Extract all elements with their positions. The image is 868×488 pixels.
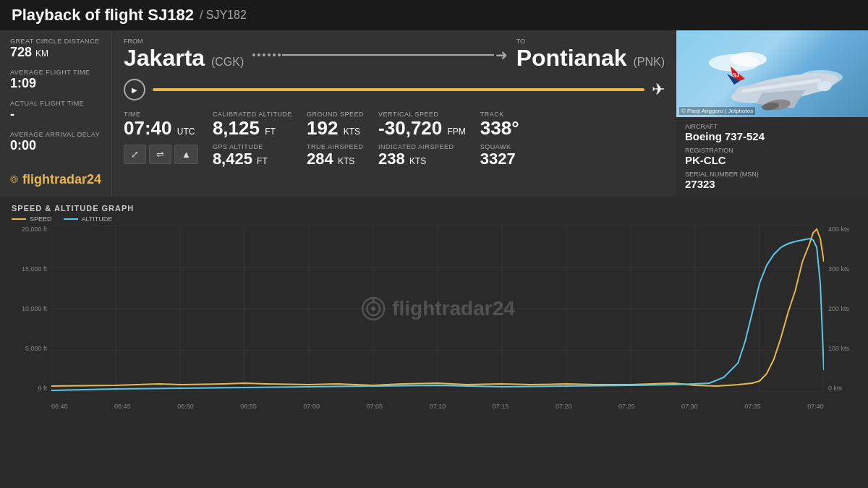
time-metric: TIME 07:40 UTC ⤢ ⇌ ▲ [124, 111, 213, 164]
aircraft-photo: SJ © Panji Anggoro | Jetphotos [676, 30, 868, 117]
vertical-speed-metric: VERTICAL SPEED -30,720 FPM INDICATED AIR… [378, 111, 480, 168]
route-button[interactable]: ⇌ [149, 145, 171, 164]
aircraft-reg-msn-row: REGISTRATION PK-CLC [685, 147, 859, 166]
right-aircraft-panel: SJ © Panji Anggoro | Jetphotos AIRCRAFT … [676, 30, 868, 197]
x-axis-labels: 06:40 06:45 06:50 06:55 07:00 07:05 07:1… [51, 403, 824, 410]
info-panel: GREAT CIRCLE DISTANCE 728 KM AVERAGE FLI… [0, 30, 868, 197]
speed-legend-line [12, 218, 26, 220]
graph-button[interactable]: ▲ [174, 145, 198, 164]
indicated-as-sub: INDICATED AIRSPEED 238 KTS [378, 143, 466, 168]
altitude-metric: CALIBRATED ALTITUDE 8,125 FT GPS ALTITUD… [213, 111, 307, 168]
aircraft-msn-group: SERIAL NUMBER (MSN) 27323 [685, 171, 859, 190]
from-city: Jakarta (CGK) [124, 45, 244, 72]
y-axis-right: 400 kts 300 kts 200 kts 100 kts 0 kts [824, 226, 856, 392]
speed-legend: SPEED [12, 215, 52, 223]
graph-svg [51, 226, 824, 392]
calibrated-alt-value: 8,125 FT [213, 118, 292, 139]
indicated-as-value: 238 KTS [378, 150, 466, 168]
gps-alt-value: 8,425 FT [213, 150, 292, 168]
great-circle-stat: GREAT CIRCLE DISTANCE 728 KM [10, 38, 101, 60]
route-line [282, 54, 493, 56]
playback-row: ▶ ✈ [124, 79, 665, 100]
route-row: FROM Jakarta (CGK) ➜ TO Pontianak (PNK) [124, 38, 665, 72]
aircraft-type-group: AIRCRAFT Boeing 737-524 [685, 123, 859, 142]
route-dots [252, 53, 281, 56]
graph-section: SPEED & ALTITUDE GRAPH SPEED ALTITUDE 20… [0, 197, 868, 410]
avg-arrival-label: AVERAGE ARRIVAL DELAY [10, 131, 101, 138]
actual-flight-label: ACTUAL FLIGHT TIME [10, 100, 101, 107]
great-circle-value: 728 KM [10, 45, 101, 60]
avg-flight-label: AVERAGE FLIGHT TIME [10, 69, 101, 76]
route-arrow: ➜ [252, 46, 507, 64]
aircraft-illustration: SJ [691, 41, 868, 117]
svg-text:SJ: SJ [732, 72, 740, 79]
aircraft-msn-value: 27323 [685, 178, 859, 190]
actual-flight-value: - [10, 107, 101, 122]
speed-metric: GROUND SPEED 192 KTS TRUE AIRSPEED 284 K… [307, 111, 378, 168]
graph-area: flightradar24 [51, 226, 824, 392]
route-arrowhead: ➜ [495, 46, 508, 64]
track-value: 338° [480, 118, 519, 139]
page-title: Playback of flight SJ182 [12, 6, 194, 25]
altitude-legend: ALTITUDE [64, 215, 113, 223]
gps-alt-sub: GPS ALTITUDE 8,425 FT [213, 143, 292, 168]
ground-speed-value: 192 KTS [307, 118, 364, 139]
flight-code-subtitle: / SJY182 [200, 9, 247, 22]
altitude-legend-line [64, 218, 78, 220]
fr24-logo-icon [10, 169, 18, 189]
fr24-logo: flightradar24 [10, 169, 101, 189]
metrics-row: TIME 07:40 UTC ⤢ ⇌ ▲ CALIBRATED ALTITUDE… [124, 111, 665, 189]
avg-arrival-stat: AVERAGE ARRIVAL DELAY 0:00 [10, 131, 101, 153]
graph-legend: SPEED ALTITUDE [12, 215, 856, 223]
aircraft-reg-value: PK-CLC [685, 154, 733, 166]
avg-arrival-value: 0:00 [10, 138, 101, 153]
aircraft-type-value: Boeing 737-524 [685, 130, 859, 142]
track-squawk-metric: TRACK 338° SQUAWK 3327 [480, 111, 534, 168]
from-section: FROM Jakarta (CGK) [124, 38, 244, 72]
graph-container: 20,000 ft 15,000 ft 10,000 ft 5,000 ft 0… [12, 226, 856, 410]
progress-fill [153, 88, 644, 91]
svg-point-2 [14, 179, 15, 180]
to-section: TO Pontianak (PNK) [516, 38, 665, 72]
squawk-value: 3327 [480, 150, 519, 168]
svg-point-5 [731, 52, 767, 67]
vertical-speed-value: -30,720 FPM [378, 118, 466, 139]
actual-flight-stat: ACTUAL FLIGHT TIME - [10, 100, 101, 122]
control-buttons: ⤢ ⇌ ▲ [124, 145, 198, 164]
squawk-sub: SQUAWK 3327 [480, 143, 519, 168]
photo-credit: © Panji Anggoro | Jetphotos [679, 107, 755, 115]
aircraft-reg-group: REGISTRATION PK-CLC [685, 147, 733, 166]
plane-end-icon: ✈ [652, 80, 665, 99]
progress-bar[interactable] [153, 88, 644, 91]
page-header: Playback of flight SJ182 / SJY182 [0, 0, 868, 30]
y-axis-left: 20,000 ft 15,000 ft 10,000 ft 5,000 ft 0… [12, 226, 51, 392]
avg-flight-stat: AVERAGE FLIGHT TIME 1:09 [10, 69, 101, 91]
graph-title: SPEED & ALTITUDE GRAPH [12, 204, 856, 213]
fr24-logo-text: flightradar24 [22, 172, 101, 187]
center-flight-panel: FROM Jakarta (CGK) ➜ TO Pontianak (PNK) [112, 30, 676, 197]
time-value: 07:40 UTC [124, 118, 198, 139]
true-airspeed-sub: TRUE AIRSPEED 284 KTS [307, 143, 364, 168]
great-circle-label: GREAT CIRCLE DISTANCE [10, 38, 101, 45]
aircraft-details: AIRCRAFT Boeing 737-524 REGISTRATION PK-… [676, 117, 868, 197]
expand-button[interactable]: ⤢ [124, 145, 146, 164]
avg-flight-value: 1:09 [10, 76, 101, 91]
left-stats-panel: GREAT CIRCLE DISTANCE 728 KM AVERAGE FLI… [0, 30, 112, 197]
play-button[interactable]: ▶ [124, 79, 145, 100]
to-city: Pontianak (PNK) [516, 45, 665, 72]
true-airspeed-value: 284 KTS [307, 150, 364, 168]
